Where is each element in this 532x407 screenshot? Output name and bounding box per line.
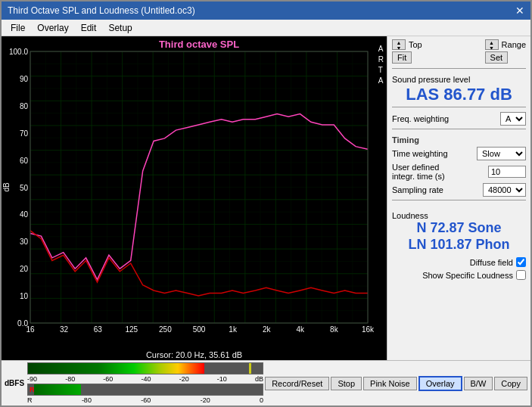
user-integ-row: User definedintegr. time (s) xyxy=(392,163,526,181)
top-controls: ▲ ▼ Top Fit xyxy=(392,39,422,64)
diffuse-field-checkbox[interactable] xyxy=(516,257,526,267)
chart-arta-label: ARTA xyxy=(378,44,384,86)
loudness-label: Loudness xyxy=(392,211,526,220)
bottom-buttons: Record/Reset Stop Pink Noise Overlay B/W… xyxy=(265,376,527,391)
freq-weighting-label: Freq. weighting xyxy=(392,114,449,123)
window-title: Third Octave SPL and Loudness (Untitled.… xyxy=(8,5,195,16)
time-weighting-select[interactable]: Fast Slow Impulse xyxy=(477,147,526,160)
top-spin-down[interactable]: ▼ xyxy=(393,45,405,50)
time-weighting-row: Time weighting Fast Slow Impulse xyxy=(392,147,526,160)
show-specific-row: Show Specific Loudness xyxy=(392,270,526,280)
user-integ-label: User definedintegr. time (s) xyxy=(392,163,445,181)
sampling-rate-select[interactable]: 44100 48000 96000 xyxy=(483,183,526,197)
spl-value: LAS 86.77 dB xyxy=(392,85,526,104)
timing-section: Timing Time weighting Fast Slow Impulse … xyxy=(392,135,526,197)
divider-1 xyxy=(392,68,526,69)
spl-label: Sound pressure level xyxy=(392,75,526,84)
overlay-button[interactable]: Overlay xyxy=(418,376,462,391)
range-label: Range xyxy=(502,40,526,49)
range-controls: ▲ ▼ Range Set xyxy=(485,39,526,64)
menu-file[interactable]: File xyxy=(5,21,31,35)
divider-3 xyxy=(392,129,526,129)
timing-title: Timing xyxy=(392,135,526,144)
set-button[interactable]: Set xyxy=(485,51,509,64)
stop-button[interactable]: Stop xyxy=(331,377,362,390)
chart-container: ARTA xyxy=(2,36,387,350)
top-spin[interactable]: ▲ ▼ xyxy=(392,39,406,50)
top-range-controls: ▲ ▼ Top Fit ▲ ▼ Range xyxy=(392,39,526,64)
freq-weighting-row: Freq. weighting A B C D Z xyxy=(392,112,526,126)
menu-bar: File Overlay Edit Setup xyxy=(2,20,530,36)
range-spin-down[interactable]: ▼ xyxy=(486,45,498,50)
menu-setup[interactable]: Setup xyxy=(102,21,138,35)
divider-4 xyxy=(392,200,526,200)
freq-weighting-select[interactable]: A B C D Z xyxy=(500,112,526,126)
top-spin-up[interactable]: ▲ xyxy=(393,40,405,45)
pink-noise-button[interactable]: Pink Noise xyxy=(363,377,417,390)
bottom-bar: dBFS -90 -80 -60 -40 xyxy=(2,360,530,405)
show-specific-label: Show Specific Loudness xyxy=(422,271,513,280)
top-label: Top xyxy=(409,40,422,49)
sampling-rate-label: Sampling rate xyxy=(392,185,443,194)
divider-2 xyxy=(392,107,526,107)
sampling-rate-row: Sampling rate 44100 48000 96000 xyxy=(392,183,526,197)
show-specific-checkbox[interactable] xyxy=(516,270,526,280)
right-panel: ▲ ▼ Top Fit ▲ ▼ Range xyxy=(387,36,530,360)
title-bar: Third Octave SPL and Loudness (Untitled.… xyxy=(2,2,530,20)
user-integ-input[interactable] xyxy=(488,166,526,178)
level-bar-container: dBFS -90 -80 -60 -40 xyxy=(5,362,263,404)
loudness-value-sone: N 72.87 Sone LN 101.87 Phon xyxy=(392,220,526,253)
range-row: ▲ ▼ Range xyxy=(485,39,526,50)
cursor-info: Cursor: 20.0 Hz, 35.61 dB xyxy=(2,350,387,360)
diffuse-field-row: Diffuse field xyxy=(392,257,526,267)
loudness-section: Loudness N 72.87 Sone LN 101.87 Phon xyxy=(392,208,526,253)
dbfs-label: dBFS xyxy=(5,379,26,387)
menu-overlay[interactable]: Overlay xyxy=(31,21,74,35)
diffuse-field-label: Diffuse field xyxy=(470,258,513,267)
fit-row: Fit xyxy=(392,51,422,64)
set-row: Set xyxy=(485,51,526,64)
fit-button[interactable]: Fit xyxy=(392,51,412,64)
record-reset-button[interactable]: Record/Reset xyxy=(265,377,329,390)
copy-button[interactable]: Copy xyxy=(494,377,527,390)
close-button[interactable]: ✕ xyxy=(515,5,524,17)
menu-edit[interactable]: Edit xyxy=(75,21,103,35)
chart-area: ARTA Cursor: 20.0 Hz, 35.61 dB xyxy=(2,36,387,360)
main-content: ARTA Cursor: 20.0 Hz, 35.61 dB ▲ ▼ Top xyxy=(2,36,530,360)
range-spin-up[interactable]: ▲ xyxy=(486,40,498,45)
bw-button[interactable]: B/W xyxy=(464,377,493,390)
chart-canvas[interactable] xyxy=(2,36,387,350)
top-row: ▲ ▼ Top xyxy=(392,39,422,50)
range-spin[interactable]: ▲ ▼ xyxy=(485,39,499,50)
main-window: Third Octave SPL and Loudness (Untitled.… xyxy=(0,0,532,407)
time-weighting-label: Time weighting xyxy=(392,149,448,158)
